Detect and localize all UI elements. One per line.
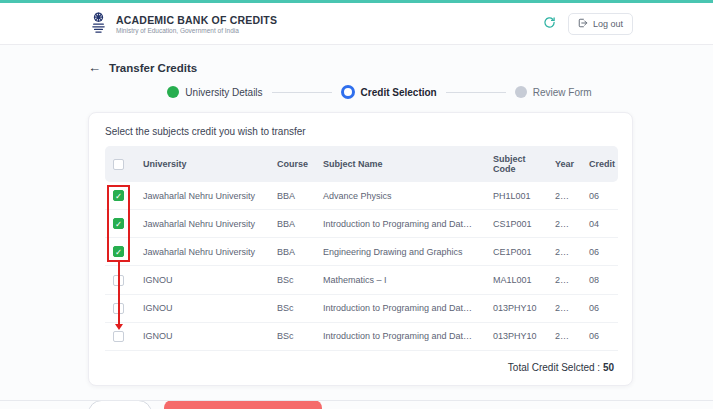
cell-subject-code: CE1P001 (485, 238, 547, 266)
table-row: ✓Jawaharlal Nehru UniversityBBAAdvance P… (105, 182, 618, 210)
cell-university: Jawaharlal Nehru University (135, 238, 269, 266)
step-label: University Details (185, 87, 262, 98)
cell-subject-name: Introduction to Programing and Data Stru… (315, 322, 485, 350)
back-button[interactable]: Back (88, 400, 152, 409)
back-arrow-icon[interactable]: ← (88, 61, 101, 74)
brand-subtitle: Ministry of Education, Government of Ind… (116, 27, 277, 34)
table-body: ✓Jawaharlal Nehru UniversityBBAAdvance P… (105, 182, 618, 350)
row-checkbox[interactable]: ✓ (113, 218, 124, 229)
header: ACADEMIC BANK OF CREDITS Ministry of Edu… (0, 3, 713, 45)
page-title-row: ← Transfer Credits (88, 61, 713, 74)
select-all-checkbox[interactable] (113, 159, 124, 170)
cell-credit: 04 (581, 210, 618, 238)
refresh-button[interactable] (541, 14, 558, 34)
credit-selection-card: Select the subjects credit you wish to t… (88, 112, 633, 386)
cell-year: 2015 (547, 182, 581, 210)
cell-subject-name: Engineering Drawing and Graphics (315, 238, 485, 266)
footer-actions: Back Proceed to Transfer Credit (88, 400, 713, 409)
cell-subject-name: Mathematics – I (315, 266, 485, 294)
table-row: ✓Jawaharlal Nehru UniversityBBAEngineeri… (105, 238, 618, 266)
cell-university: Jawaharlal Nehru University (135, 182, 269, 210)
cell-credit: 06 (581, 182, 618, 210)
cell-year: 2015 (547, 210, 581, 238)
table-row: IGNOUBScMathematics – IMA1L001201508 (105, 266, 618, 294)
stepper: University Details Credit Selection Revi… (0, 85, 713, 99)
cell-university: IGNOU (135, 294, 269, 322)
total-credit-row: Total Credit Selcted : 50 (105, 351, 616, 377)
cell-subject-code: 013PHY10 (485, 322, 547, 350)
step-connector (272, 92, 332, 93)
cell-year: 2015 (547, 238, 581, 266)
cell-credit: 08 (581, 266, 618, 294)
cell-year: 2015 (547, 322, 581, 350)
column-subject-code: Subject Code (485, 146, 547, 182)
cell-course: BSc (269, 266, 315, 294)
cell-credit: 06 (581, 294, 618, 322)
step-active-dot (341, 85, 355, 99)
step-upcoming-dot (515, 86, 527, 98)
brand-title: ACADEMIC BANK OF CREDITS (116, 14, 277, 26)
cell-course: BSc (269, 294, 315, 322)
step-label: Credit Selection (361, 87, 437, 98)
cell-subject-name: Introduction to Programing and Data Stru… (315, 210, 485, 238)
table-wrap: University Course Subject Name Subject C… (105, 146, 616, 351)
total-credit-value: 50 (603, 362, 614, 373)
step-credit-selection: Credit Selection (341, 85, 437, 99)
header-actions: Log out (541, 13, 633, 35)
cell-credit: 06 (581, 322, 618, 350)
row-checkbox[interactable] (113, 331, 124, 342)
cell-course: BSc (269, 322, 315, 350)
step-university-details: University Details (167, 86, 262, 98)
brand: ACADEMIC BANK OF CREDITS Ministry of Edu… (88, 10, 277, 38)
logout-label: Log out (593, 19, 623, 29)
cell-university: IGNOU (135, 266, 269, 294)
cell-course: BBA (269, 210, 315, 238)
table-row: IGNOUBScIntroduction to Programing and D… (105, 294, 618, 322)
row-checkbox[interactable] (113, 275, 124, 286)
row-checkbox[interactable]: ✓ (113, 246, 124, 257)
table-row: IGNOUBScIntroduction to Programing and D… (105, 322, 618, 350)
credits-table: University Course Subject Name Subject C… (105, 146, 618, 351)
row-checkbox[interactable] (113, 303, 124, 314)
cell-course: BBA (269, 238, 315, 266)
logout-button[interactable]: Log out (568, 13, 633, 35)
column-subject-name: Subject Name (315, 146, 485, 182)
cell-credit: 06 (581, 238, 618, 266)
step-complete-dot (167, 86, 179, 98)
refresh-icon (543, 16, 556, 32)
cell-year: 2015 (547, 266, 581, 294)
row-checkbox[interactable]: ✓ (113, 190, 124, 201)
step-connector (446, 92, 506, 93)
cell-university: IGNOU (135, 322, 269, 350)
page-title: Transfer Credits (109, 62, 197, 74)
step-review-form: Review Form (515, 86, 592, 98)
cell-year: 2015 (547, 294, 581, 322)
table-row: ✓Jawaharlal Nehru UniversityBBAIntroduct… (105, 210, 618, 238)
table-caption: Select the subjects credit you wish to t… (105, 126, 616, 137)
govt-emblem-logo (88, 10, 109, 38)
cell-subject-code: PH1L001 (485, 182, 547, 210)
total-credit-label: Total Credit Selcted : (508, 362, 600, 373)
bottom-divider (0, 400, 713, 401)
proceed-to-transfer-credit-button[interactable]: Proceed to Transfer Credit (164, 400, 322, 409)
cell-subject-code: 013PHY10 (485, 294, 547, 322)
cell-subject-code: MA1L001 (485, 266, 547, 294)
cell-subject-name: Introduction to Programing and Data Stru… (315, 294, 485, 322)
brand-text: ACADEMIC BANK OF CREDITS Ministry of Edu… (116, 14, 277, 34)
column-course: Course (269, 146, 315, 182)
column-year: Year (547, 146, 581, 182)
column-credit: Credit (581, 146, 618, 182)
column-university: University (135, 146, 269, 182)
cell-course: BBA (269, 182, 315, 210)
cell-subject-name: Advance Physics (315, 182, 485, 210)
logout-icon (578, 18, 588, 30)
step-label: Review Form (533, 87, 592, 98)
cell-university: Jawaharlal Nehru University (135, 210, 269, 238)
cell-subject-code: CS1P001 (485, 210, 547, 238)
table-header-row: University Course Subject Name Subject C… (105, 146, 618, 182)
